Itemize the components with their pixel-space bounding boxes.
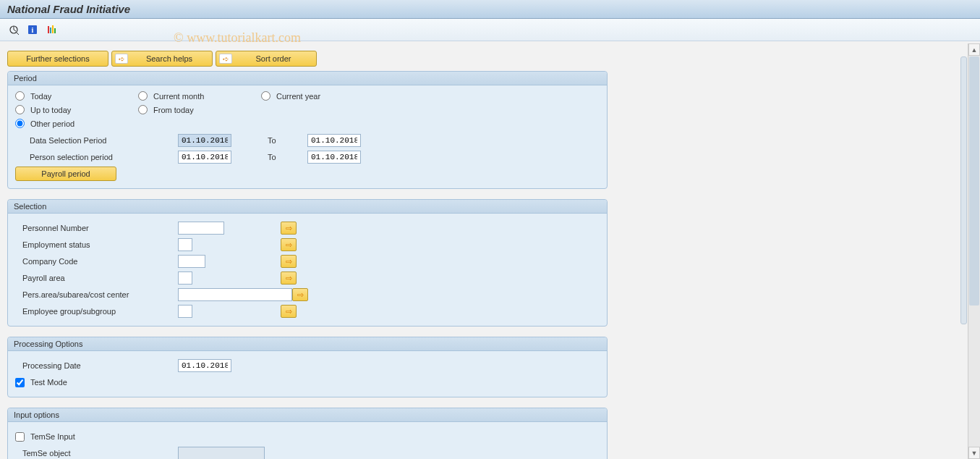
button-label: Further selections	[26, 54, 89, 63]
arrow-right-icon: ➪	[115, 54, 128, 64]
multiple-selection-button[interactable]: ⇨	[281, 238, 297, 251]
payroll-period-button[interactable]: Payroll period	[15, 167, 116, 181]
data-selection-from-input[interactable]	[178, 134, 231, 147]
temse-input-checkbox[interactable]: TemSe Input	[15, 432, 75, 442]
content-area: Further selections ➪ Search helps ➪ Sort…	[0, 43, 968, 459]
window-title: National Fraud Initiative	[7, 3, 130, 15]
group-title: Selection	[8, 200, 607, 214]
search-helps-button[interactable]: ➪ Search helps	[111, 51, 213, 67]
scroll-up-arrow-icon[interactable]: ▲	[968, 43, 980, 56]
multiple-selection-button[interactable]: ⇨	[281, 305, 297, 318]
button-label: Payroll period	[41, 169, 90, 178]
input-options-group: Input options TemSe Input TemSe object	[7, 408, 608, 459]
svg-rect-7	[52, 25, 54, 33]
processing-date-input[interactable]	[178, 359, 231, 372]
info-icon[interactable]: i	[26, 23, 39, 36]
employment-status-input[interactable]	[178, 238, 192, 251]
employee-group-input[interactable]	[178, 305, 192, 318]
radio-current-year[interactable]: Current year	[261, 91, 384, 101]
person-selection-to-input[interactable]	[307, 151, 361, 164]
sort-order-button[interactable]: ➪ Sort order	[216, 51, 317, 67]
window-title-bar: National Fraud Initiative	[0, 0, 980, 19]
button-label: Sort order	[237, 54, 310, 63]
scroll-thumb[interactable]	[969, 56, 979, 306]
processing-options-group: Processing Options Processing Date Test …	[7, 337, 608, 397]
selection-button-row: Further selections ➪ Search helps ➪ Sort…	[7, 51, 960, 67]
employment-status-label: Employment status	[15, 240, 178, 249]
radio-up-to-today[interactable]: Up to today	[15, 105, 138, 114]
app-toolbar: i	[0, 19, 980, 41]
svg-rect-6	[50, 28, 51, 33]
execute-icon[interactable]	[7, 23, 20, 36]
inner-scrollbar[interactable]	[960, 56, 967, 324]
payroll-area-label: Payroll area	[15, 274, 178, 282]
person-selection-from-input[interactable]	[178, 151, 231, 164]
svg-text:i: i	[32, 26, 34, 34]
pers-area-input[interactable]	[178, 288, 292, 301]
button-label: Search helps	[132, 54, 206, 63]
pers-area-label: Pers.area/subarea/cost center	[15, 290, 178, 299]
group-title: Processing Options	[8, 337, 607, 351]
temse-object-label: TemSe object	[15, 449, 178, 458]
scroll-down-arrow-icon[interactable]: ▼	[968, 447, 980, 459]
to-label: To	[268, 136, 300, 145]
multiple-selection-button[interactable]: ⇨	[292, 288, 308, 301]
to-label: To	[268, 153, 300, 161]
personnel-number-label: Personnel Number	[15, 224, 178, 232]
payroll-area-input[interactable]	[178, 271, 192, 285]
radio-from-today[interactable]: From today	[138, 105, 261, 114]
personnel-number-input[interactable]	[178, 222, 224, 235]
multiple-selection-button[interactable]: ⇨	[281, 255, 297, 268]
selection-group: Selection Personnel Number ⇨ Employment …	[7, 199, 608, 327]
company-code-input[interactable]	[178, 255, 205, 268]
company-code-label: Company Code	[15, 257, 178, 266]
scroll-track	[968, 306, 980, 447]
group-title: Input options	[8, 408, 607, 422]
employee-group-label: Employee group/subgroup	[15, 307, 178, 316]
processing-date-label: Processing Date	[15, 361, 178, 370]
svg-rect-8	[54, 28, 56, 33]
multiple-selection-button[interactable]: ⇨	[281, 271, 297, 285]
multiple-selection-button[interactable]: ⇨	[281, 222, 297, 235]
temse-object-input[interactable]	[178, 447, 265, 459]
radio-today[interactable]: Today	[15, 91, 138, 101]
arrow-right-icon: ➪	[219, 54, 232, 64]
radio-other-period[interactable]: Other period	[15, 119, 138, 128]
further-selections-button[interactable]: Further selections	[7, 51, 108, 67]
test-mode-checkbox[interactable]: Test Mode	[15, 378, 67, 387]
bars-icon[interactable]	[45, 23, 58, 36]
data-selection-period-label: Data Selection Period	[15, 136, 178, 145]
svg-line-2	[14, 30, 16, 31]
person-selection-period-label: Person selection period	[15, 153, 178, 161]
vertical-scrollbar[interactable]: ▲ ▼	[968, 43, 980, 459]
radio-current-month[interactable]: Current month	[138, 91, 261, 101]
period-group: Period Today Current month Current year …	[7, 71, 608, 189]
data-selection-to-input[interactable]	[307, 134, 361, 147]
group-title: Period	[8, 72, 607, 85]
svg-rect-5	[48, 26, 49, 33]
